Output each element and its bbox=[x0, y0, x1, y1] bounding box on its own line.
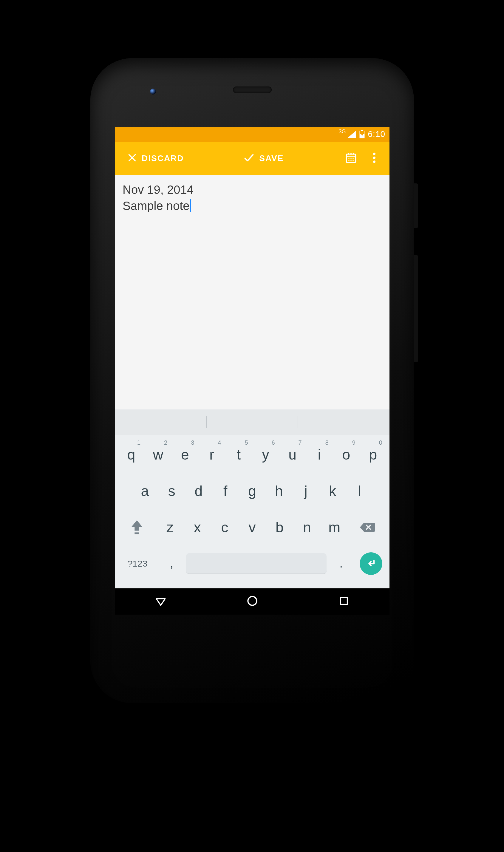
key-k[interactable]: k bbox=[319, 474, 346, 508]
comma-key-label: , bbox=[170, 557, 173, 570]
key-u[interactable]: u7 bbox=[279, 437, 306, 471]
nav-back-button[interactable] bbox=[152, 593, 170, 611]
key-label: m bbox=[328, 519, 340, 536]
key-o[interactable]: o9 bbox=[333, 437, 360, 471]
key-label: y bbox=[262, 447, 269, 463]
nav-recents-icon bbox=[338, 595, 350, 608]
svg-point-9 bbox=[353, 160, 354, 161]
key-superscript: 8 bbox=[325, 439, 329, 446]
key-p[interactable]: p0 bbox=[360, 437, 386, 471]
key-label: h bbox=[275, 483, 283, 499]
signal-icon bbox=[348, 131, 356, 138]
key-a[interactable]: a bbox=[131, 474, 158, 508]
key-superscript: 2 bbox=[164, 439, 167, 446]
svg-point-7 bbox=[348, 160, 349, 161]
svg-point-12 bbox=[373, 160, 376, 163]
calendar-button[interactable] bbox=[337, 142, 365, 175]
backspace-icon bbox=[359, 521, 376, 533]
key-b[interactable]: b bbox=[266, 510, 293, 544]
key-f[interactable]: f bbox=[212, 474, 239, 508]
suggestion-slot[interactable] bbox=[207, 410, 298, 435]
svg-point-11 bbox=[373, 157, 376, 159]
key-l[interactable]: l bbox=[346, 474, 373, 508]
suggestion-slot[interactable] bbox=[298, 410, 390, 435]
suggestion-slot[interactable] bbox=[115, 410, 206, 435]
backspace-key[interactable] bbox=[348, 510, 386, 544]
text-cursor bbox=[190, 199, 191, 212]
symbols-key[interactable]: ?123 bbox=[118, 547, 157, 581]
overflow-menu-button[interactable] bbox=[365, 142, 383, 175]
device-front-camera bbox=[150, 89, 156, 94]
key-label: k bbox=[329, 483, 336, 499]
symbols-key-label: ?123 bbox=[128, 559, 148, 569]
network-type-label: 3G bbox=[339, 129, 346, 135]
svg-point-4 bbox=[348, 158, 349, 159]
key-superscript: 4 bbox=[218, 439, 221, 446]
note-body-line: Sample note bbox=[123, 198, 382, 214]
close-icon bbox=[127, 152, 138, 164]
more-vert-icon bbox=[373, 152, 376, 165]
space-key[interactable] bbox=[186, 547, 327, 581]
key-label: o bbox=[342, 447, 350, 463]
statusbar: 3G 6:10 bbox=[115, 127, 390, 142]
key-c[interactable]: c bbox=[211, 510, 238, 544]
svg-point-8 bbox=[350, 160, 352, 161]
save-label: SAVE bbox=[259, 153, 284, 163]
key-t[interactable]: t5 bbox=[225, 437, 252, 471]
key-label: c bbox=[221, 519, 229, 536]
shift-icon bbox=[130, 519, 144, 535]
key-d[interactable]: d bbox=[185, 474, 212, 508]
svg-point-5 bbox=[350, 158, 352, 159]
key-label: l bbox=[358, 483, 361, 499]
discard-button[interactable]: DISCARD bbox=[121, 142, 190, 175]
key-y[interactable]: y6 bbox=[252, 437, 279, 471]
battery-charging-icon bbox=[359, 130, 365, 138]
key-n[interactable]: n bbox=[293, 510, 321, 544]
key-w[interactable]: w2 bbox=[145, 437, 172, 471]
comma-key[interactable]: , bbox=[159, 547, 184, 581]
key-superscript: 0 bbox=[379, 439, 382, 446]
key-superscript: 1 bbox=[137, 439, 141, 446]
nav-home-button[interactable] bbox=[244, 593, 261, 611]
key-superscript: 6 bbox=[271, 439, 275, 446]
note-date: Nov 19, 2014 bbox=[123, 182, 382, 198]
key-g[interactable]: g bbox=[239, 474, 266, 508]
discard-label: DISCARD bbox=[142, 153, 184, 163]
key-e[interactable]: e3 bbox=[172, 437, 198, 471]
key-label: g bbox=[248, 483, 256, 499]
device-frame: 3G 6:10 bbox=[90, 58, 414, 703]
key-j[interactable]: j bbox=[292, 474, 319, 508]
enter-key[interactable] bbox=[356, 547, 386, 581]
nav-recents-button[interactable] bbox=[335, 593, 353, 611]
spacebar-visual bbox=[186, 553, 327, 574]
period-key-label: . bbox=[340, 557, 343, 570]
key-r[interactable]: r4 bbox=[198, 437, 225, 471]
nav-home-icon bbox=[246, 594, 259, 609]
svg-point-10 bbox=[373, 153, 376, 155]
key-superscript: 3 bbox=[191, 439, 194, 446]
key-v[interactable]: v bbox=[238, 510, 266, 544]
note-editor[interactable]: Nov 19, 2014 Sample note bbox=[115, 175, 390, 353]
key-q[interactable]: q1 bbox=[118, 437, 145, 471]
key-label: f bbox=[223, 483, 227, 499]
svg-point-14 bbox=[248, 596, 256, 605]
svg-rect-15 bbox=[340, 597, 347, 604]
key-superscript: 7 bbox=[299, 439, 302, 446]
key-h[interactable]: h bbox=[266, 474, 292, 508]
key-label: q bbox=[127, 447, 136, 463]
shift-key[interactable] bbox=[118, 510, 156, 544]
key-m[interactable]: m bbox=[321, 510, 348, 544]
suggestion-bar bbox=[115, 410, 390, 435]
key-i[interactable]: i8 bbox=[306, 437, 333, 471]
save-button[interactable]: SAVE bbox=[237, 142, 290, 175]
device-power-button bbox=[414, 183, 418, 228]
calendar-icon bbox=[345, 151, 357, 165]
key-label: v bbox=[249, 519, 256, 536]
period-key[interactable]: . bbox=[328, 547, 354, 581]
key-label: b bbox=[275, 519, 284, 536]
key-z[interactable]: z bbox=[156, 510, 184, 544]
android-navbar bbox=[115, 588, 390, 615]
key-s[interactable]: s bbox=[158, 474, 185, 508]
statusbar-clock: 6:10 bbox=[368, 129, 385, 139]
key-x[interactable]: x bbox=[184, 510, 211, 544]
